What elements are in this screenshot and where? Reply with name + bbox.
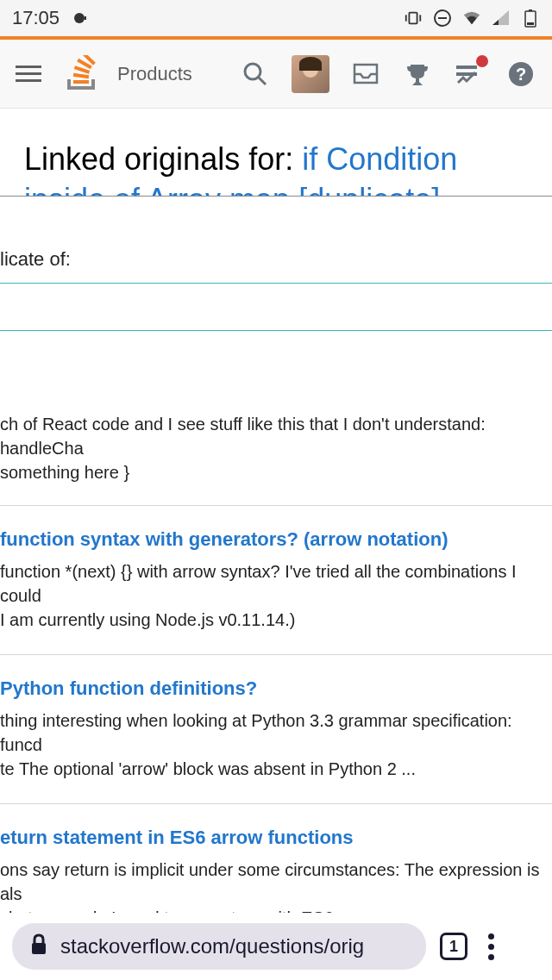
vibrate-icon bbox=[404, 9, 423, 28]
signal-icon bbox=[492, 9, 511, 28]
results-list: ch of React code and I see stuff like th… bbox=[0, 402, 552, 980]
result-excerpt: thing interesting when looking at Python… bbox=[0, 708, 552, 793]
battery-icon bbox=[521, 9, 540, 28]
result-snippet: ch of React code and I see stuff like th… bbox=[0, 412, 552, 495]
tab-switcher[interactable]: 1 bbox=[440, 933, 467, 960]
user-avatar[interactable] bbox=[292, 55, 329, 93]
stackoverflow-logo[interactable] bbox=[60, 55, 98, 93]
result-item: Python function definitions? thing inter… bbox=[0, 655, 552, 804]
svg-point-0 bbox=[74, 13, 85, 23]
svg-rect-2 bbox=[409, 13, 417, 24]
svg-rect-1 bbox=[85, 16, 86, 20]
result-title-link[interactable]: eturn statement in ES6 arrow functions bbox=[0, 815, 552, 858]
svg-text:?: ? bbox=[516, 65, 526, 84]
url-text: stackoverflow.com/questions/orig bbox=[60, 934, 364, 958]
svg-rect-8 bbox=[529, 9, 532, 11]
inbox-icon[interactable] bbox=[350, 59, 381, 90]
url-bar[interactable]: stackoverflow.com/questions/orig bbox=[12, 923, 426, 970]
result-item: ch of React code and I see stuff like th… bbox=[0, 402, 552, 506]
result-title-link[interactable]: function syntax with generators? (arrow … bbox=[0, 516, 552, 559]
dnd-icon bbox=[433, 9, 452, 28]
browser-menu-button[interactable] bbox=[481, 933, 501, 960]
svg-rect-17 bbox=[456, 66, 477, 69]
page-content: Linked originals for: if Condition insid… bbox=[0, 109, 552, 980]
notification-icon bbox=[72, 9, 91, 28]
svg-rect-10 bbox=[73, 80, 89, 84]
android-status-bar: 17:05 bbox=[0, 0, 552, 36]
svg-point-15 bbox=[245, 64, 260, 79]
svg-rect-21 bbox=[32, 943, 46, 954]
lock-icon bbox=[29, 933, 48, 959]
result-title-link[interactable]: Python function definitions? bbox=[0, 665, 552, 708]
products-link[interactable]: Products bbox=[117, 63, 192, 85]
site-header: Products ? bbox=[0, 40, 552, 109]
result-item: function syntax with generators? (arrow … bbox=[0, 506, 552, 655]
result-excerpt: function *(next) {} with arrow syntax? I… bbox=[0, 559, 552, 644]
divider bbox=[0, 330, 552, 331]
menu-button[interactable] bbox=[16, 66, 41, 82]
wifi-icon bbox=[462, 9, 481, 28]
notification-badge bbox=[476, 55, 488, 67]
help-icon[interactable]: ? bbox=[505, 59, 536, 90]
review-icon[interactable] bbox=[454, 59, 485, 90]
svg-rect-9 bbox=[527, 22, 534, 25]
trophy-icon[interactable] bbox=[402, 59, 433, 90]
page-title: Linked originals for: if Condition insid… bbox=[0, 109, 552, 197]
browser-omnibox-bar: stackoverflow.com/questions/orig 1 bbox=[0, 913, 552, 980]
svg-line-16 bbox=[259, 78, 266, 84]
clock: 17:05 bbox=[12, 7, 60, 29]
svg-rect-11 bbox=[73, 72, 89, 78]
search-icon[interactable] bbox=[240, 59, 271, 90]
duplicate-label: licate of: bbox=[0, 197, 552, 284]
